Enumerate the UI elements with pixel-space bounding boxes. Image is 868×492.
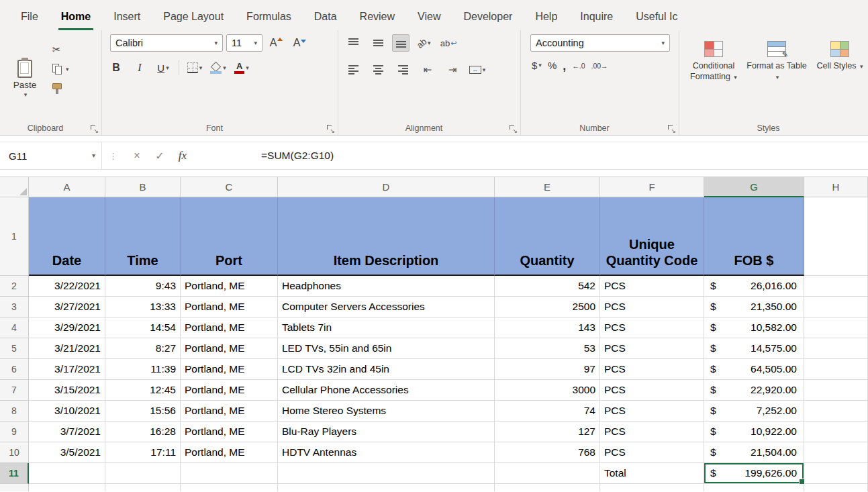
cell-g11-selected[interactable]: $ 199,626.00 — [704, 463, 804, 484]
tab-developer[interactable]: Developer — [452, 3, 524, 30]
align-center-button[interactable] — [367, 61, 389, 79]
row-header-12[interactable] — [0, 484, 29, 491]
cell-e4[interactable]: 143 — [495, 317, 600, 338]
row-header-10[interactable]: 10 — [0, 442, 29, 463]
cell-d6[interactable]: LCD TVs 32in and 45in — [278, 359, 495, 380]
align-middle-button[interactable] — [367, 34, 389, 52]
row-header-6[interactable]: 6 — [0, 359, 29, 380]
cell-g6[interactable]: $64,505.00 — [704, 359, 804, 380]
cell-h1[interactable] — [804, 197, 868, 276]
font-name-select[interactable]: Calibri ▾ — [110, 34, 223, 52]
italic-button[interactable]: I — [130, 60, 150, 76]
cell-a12[interactable] — [29, 484, 105, 491]
cell-g10[interactable]: $21,504.00 — [704, 442, 804, 463]
font-dialog-launcher-icon[interactable] — [326, 124, 335, 133]
cell-a9[interactable]: 3/7/2021 — [29, 422, 105, 442]
cut-button[interactable]: ✂ — [51, 42, 70, 57]
align-left-button[interactable] — [342, 61, 364, 79]
fill-handle[interactable] — [799, 479, 805, 485]
cell-b7[interactable]: 12:45 — [105, 380, 181, 401]
row-header-4[interactable]: 4 — [0, 317, 29, 338]
bold-button[interactable]: B — [106, 60, 126, 76]
cell-a10[interactable]: 3/5/2021 — [29, 442, 105, 463]
row-header-1[interactable]: 1 — [0, 197, 29, 276]
cell-f1[interactable]: Unique Quantity Code — [600, 197, 704, 276]
cell-h8[interactable] — [804, 401, 868, 422]
cell-g2[interactable]: $26,016.00 — [704, 276, 804, 297]
cell-c3[interactable]: Portland, ME — [181, 297, 278, 317]
cell-d2[interactable]: Headphones — [278, 276, 495, 297]
number-format-select[interactable]: Accounting ▾ — [530, 34, 670, 52]
row-header-11[interactable]: 11 — [0, 463, 29, 484]
cell-h2[interactable] — [804, 276, 868, 297]
cell-b11[interactable] — [105, 463, 181, 484]
cell-c10[interactable]: Portland, ME — [181, 442, 278, 463]
cell-c5[interactable]: Portland, ME — [181, 338, 278, 359]
font-color-button[interactable]: A ▾ — [232, 60, 252, 76]
cell-c1[interactable]: Port — [181, 197, 278, 276]
paste-button[interactable]: Paste ▾ — [4, 34, 46, 119]
cell-b6[interactable]: 11:39 — [105, 359, 181, 380]
cell-f6[interactable]: PCS — [600, 359, 704, 380]
cell-d5[interactable]: LED TVs, 55in and 65in — [278, 338, 495, 359]
cell-h4[interactable] — [804, 317, 868, 338]
accounting-format-button[interactable]: $ ▾ — [532, 60, 542, 71]
align-bottom-button[interactable] — [392, 34, 409, 52]
cell-f11-total-label[interactable]: Total — [600, 463, 704, 484]
copy-button[interactable]: ▾ — [51, 62, 70, 77]
cell-g8[interactable]: $7,252.00 — [704, 401, 804, 422]
cell-h3[interactable] — [804, 297, 868, 317]
tab-page-layout[interactable]: Page Layout — [152, 3, 235, 30]
cell-f3[interactable]: PCS — [600, 297, 704, 317]
cell-b8[interactable]: 15:56 — [105, 401, 181, 422]
cancel-button[interactable]: × — [126, 142, 148, 169]
cell-a7[interactable]: 3/15/2021 — [29, 380, 105, 401]
row-header-5[interactable]: 5 — [0, 338, 29, 359]
cell-e7[interactable]: 3000 — [495, 380, 600, 401]
cell-a5[interactable]: 3/21/2021 — [29, 338, 105, 359]
cell-g12[interactable] — [704, 484, 804, 491]
cell-h5[interactable] — [804, 338, 868, 359]
cell-h9[interactable] — [804, 422, 868, 442]
tab-inquire[interactable]: Inquire — [569, 3, 624, 30]
cell-b2[interactable]: 9:43 — [105, 276, 181, 297]
tab-formulas[interactable]: Formulas — [235, 3, 303, 30]
row-header-2[interactable]: 2 — [0, 276, 29, 297]
cell-f4[interactable]: PCS — [600, 317, 704, 338]
borders-button[interactable]: ▾ — [185, 60, 205, 76]
cell-e3[interactable]: 2500 — [495, 297, 600, 317]
cell-h11[interactable] — [804, 463, 868, 484]
cell-styles-button[interactable]: Cell Styles ▾ — [810, 34, 868, 119]
tab-file[interactable]: File — [9, 3, 50, 30]
row-header-7[interactable]: 7 — [0, 380, 29, 401]
row-header-9[interactable]: 9 — [0, 422, 29, 442]
column-header-e[interactable]: E — [495, 177, 600, 197]
decrease-indent-button[interactable]: ⇤ — [417, 61, 438, 79]
cell-g9[interactable]: $10,922.00 — [704, 422, 804, 442]
merge-center-button[interactable]: ↔ ▾ — [467, 61, 488, 79]
column-header-f[interactable]: F — [600, 177, 704, 197]
cell-c6[interactable]: Portland, ME — [181, 359, 278, 380]
grow-font-button[interactable]: A — [266, 35, 286, 51]
column-header-h[interactable]: H — [804, 177, 868, 197]
cell-d1[interactable]: Item Description — [278, 197, 495, 276]
column-header-a[interactable]: A — [29, 177, 105, 197]
cell-f9[interactable]: PCS — [600, 422, 704, 442]
tab-insert[interactable]: Insert — [102, 3, 152, 30]
cell-c12[interactable] — [181, 484, 278, 491]
percent-style-button[interactable]: % — [548, 60, 557, 71]
format-as-table-button[interactable]: Format as Table ▾ — [746, 34, 807, 119]
increase-decimal-button[interactable]: ←.0 — [572, 62, 585, 70]
comma-style-button[interactable]: , — [563, 62, 566, 69]
cell-d8[interactable]: Home Stereo Systems — [278, 401, 495, 422]
enter-button[interactable]: ✓ — [148, 142, 171, 169]
cell-e8[interactable]: 74 — [495, 401, 600, 422]
cell-e5[interactable]: 53 — [495, 338, 600, 359]
number-dialog-launcher-icon[interactable] — [667, 124, 676, 133]
cell-h10[interactable] — [804, 442, 868, 463]
cell-b9[interactable]: 16:28 — [105, 422, 181, 442]
cell-a4[interactable]: 3/29/2021 — [29, 317, 105, 338]
cell-a3[interactable]: 3/27/2021 — [29, 297, 105, 317]
tab-view[interactable]: View — [406, 3, 452, 30]
cell-b5[interactable]: 8:27 — [105, 338, 181, 359]
